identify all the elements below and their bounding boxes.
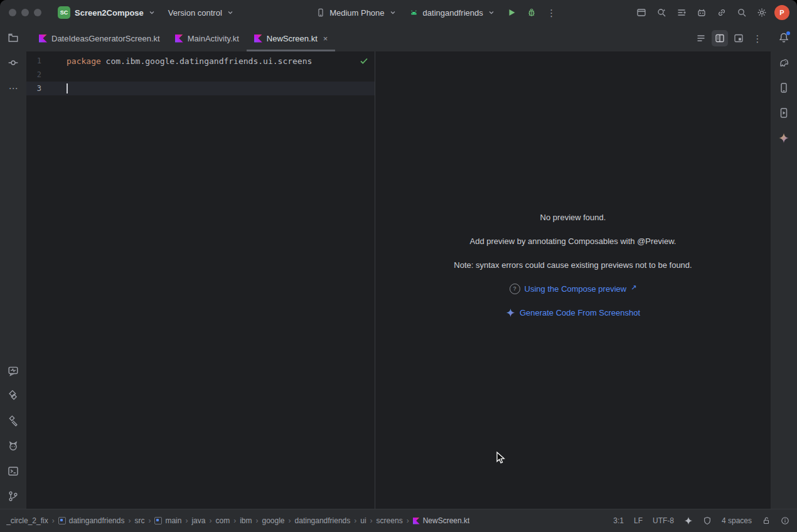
close-tab-icon[interactable]: × <box>323 35 328 43</box>
window-frame-icon <box>636 8 646 18</box>
design-view-button[interactable] <box>730 30 747 46</box>
syntax-note-text: Note: syntax errors could cause existing… <box>454 260 692 270</box>
editor-view-controls: ⋮ <box>693 25 771 51</box>
maximize-window-button[interactable] <box>34 9 41 16</box>
ai-search-button[interactable] <box>653 4 670 21</box>
running-devices-button[interactable] <box>775 104 793 122</box>
shield-icon <box>703 516 712 525</box>
android-app-icon <box>409 8 419 18</box>
breadcrumb-item[interactable]: datingandfriends <box>58 516 125 525</box>
resource-manager-button[interactable] <box>4 387 22 405</box>
notification-dot <box>786 31 790 35</box>
breadcrumb-item[interactable]: google <box>262 516 284 525</box>
profile-button[interactable]: P <box>773 4 791 21</box>
line-ending-widget[interactable]: LF <box>634 516 643 525</box>
close-window-button[interactable] <box>9 9 16 16</box>
breadcrumb-label: NewScreen.kt <box>423 516 470 525</box>
caret-position-widget[interactable]: 3:1 <box>613 516 624 525</box>
breadcrumb-item[interactable]: screens <box>377 516 403 525</box>
git-branch-icon <box>8 491 19 502</box>
editor-options-button[interactable]: ⋮ <box>749 30 766 46</box>
encoding-widget[interactable]: UTF-8 <box>653 516 674 525</box>
editor-split: 1 package com.ibm.google.datingandfriend… <box>26 51 771 509</box>
breadcrumb-label: java <box>191 516 205 525</box>
run-button[interactable] <box>503 4 520 21</box>
breadcrumb-item[interactable]: src <box>134 516 144 525</box>
breadcrumb-item[interactable]: com <box>215 516 230 525</box>
inspections-widget[interactable] <box>359 56 369 66</box>
project-icon: SC <box>58 6 70 19</box>
kebab-icon: ⋮ <box>753 34 762 43</box>
tab-newscreen[interactable]: NewScreen.kt × <box>247 25 336 51</box>
minimize-window-button[interactable] <box>21 9 29 16</box>
left-stripe-top-group: ⋯ <box>4 29 22 97</box>
breadcrumb-item[interactable]: ibm <box>240 516 252 525</box>
editor-tab-bar: DateIdeasGeneratorScreen.kt MainActivity… <box>26 25 771 51</box>
titlebar: SC Screen2Compose Version control Medium… <box>0 0 797 25</box>
more-tool-windows-button[interactable]: ⋯ <box>4 79 22 97</box>
kebab-icon: ⋮ <box>547 8 556 18</box>
search-icon <box>737 8 747 18</box>
indent-widget[interactable]: 4 spaces <box>722 516 752 525</box>
info-icon <box>781 516 789 525</box>
event-log-widget[interactable] <box>781 516 789 525</box>
compose-preview-docs-link[interactable]: Using the Compose preview <box>525 284 627 294</box>
breadcrumb-separator: › <box>354 516 356 525</box>
breadcrumb-label: datingandfriends <box>69 516 125 525</box>
run-configuration-selector[interactable]: datingandfriends <box>404 6 500 20</box>
notifications-button[interactable] <box>775 29 793 46</box>
device-mirroring-button[interactable] <box>713 4 730 21</box>
bug-icon <box>527 8 537 18</box>
project-tool-window-button[interactable] <box>4 29 22 46</box>
layout-inspector-button[interactable] <box>633 4 650 21</box>
tab-mainactivity[interactable]: MainActivity.kt <box>168 25 247 51</box>
breadcrumb-item[interactable]: _circle_2_fix <box>6 516 48 525</box>
settings-button[interactable] <box>753 4 771 21</box>
read-only-toggle[interactable] <box>762 516 771 525</box>
commit-icon <box>8 57 19 68</box>
debug-button[interactable] <box>523 4 540 21</box>
commit-tool-window-button[interactable] <box>4 54 22 72</box>
device-selector[interactable]: Medium Phone <box>311 6 401 20</box>
version-control-widget[interactable]: Version control <box>163 6 239 20</box>
logcat-tool-window-button[interactable] <box>4 437 22 455</box>
generate-code-from-screenshot-link[interactable]: Generate Code From Screenshot <box>520 308 640 317</box>
gemini-status-widget[interactable] <box>684 516 693 525</box>
line-number: 3 <box>26 84 67 93</box>
compose-preview-panel: No preview found. Add preview by annotat… <box>375 51 771 509</box>
folder-icon <box>8 32 19 43</box>
add-preview-message: Add preview by annotating Composables wi… <box>470 235 677 247</box>
breadcrumb-item-current-file[interactable]: NewScreen.kt <box>413 516 470 525</box>
device-manager-button[interactable] <box>775 79 793 97</box>
search-everywhere-button[interactable] <box>733 4 751 21</box>
logcat-button[interactable] <box>673 4 690 21</box>
assistant-button[interactable] <box>693 4 710 21</box>
more-actions-button[interactable]: ⋮ <box>543 4 560 21</box>
code-editor[interactable]: 1 package com.ibm.google.datingandfriend… <box>26 51 375 509</box>
list-lines-icon <box>677 8 687 18</box>
editor-column: DateIdeasGeneratorScreen.kt MainActivity… <box>26 25 771 509</box>
breadcrumb-item[interactable]: java <box>191 516 205 525</box>
version-control-tool-window-button[interactable] <box>4 487 22 505</box>
app-quality-insights-button[interactable] <box>4 362 22 380</box>
breadcrumb-item[interactable]: ui <box>360 516 366 525</box>
build-tool-window-button[interactable] <box>4 412 22 430</box>
split-view-button[interactable] <box>712 30 728 46</box>
text-caret <box>67 83 68 93</box>
traffic-lights <box>9 9 41 16</box>
breadcrumb-item[interactable]: main <box>154 516 181 525</box>
breadcrumb-item[interactable]: datingandfriends <box>295 516 351 525</box>
line-number: 2 <box>26 70 67 79</box>
breadcrumb-label: _circle_2_fix <box>6 516 48 525</box>
ai-policy-widget[interactable] <box>703 516 712 525</box>
tab-dateideasgeneratorscreen[interactable]: DateIdeasGeneratorScreen.kt <box>31 25 168 51</box>
breadcrumbs: _circle_2_fix › datingandfriends › src ›… <box>6 516 469 525</box>
project-widget[interactable]: SC Screen2Compose <box>53 4 161 21</box>
terminal-tool-window-button[interactable] <box>4 462 22 480</box>
gradle-tool-window-button[interactable] <box>775 54 793 72</box>
code-view-button[interactable] <box>693 30 709 46</box>
code-text: package com.ibm.google.datingandfriends.… <box>67 56 312 66</box>
syntax-note-message: Note: syntax errors could cause existing… <box>454 259 692 270</box>
breadcrumb-label: ui <box>360 516 366 525</box>
gemini-button[interactable] <box>775 129 793 147</box>
